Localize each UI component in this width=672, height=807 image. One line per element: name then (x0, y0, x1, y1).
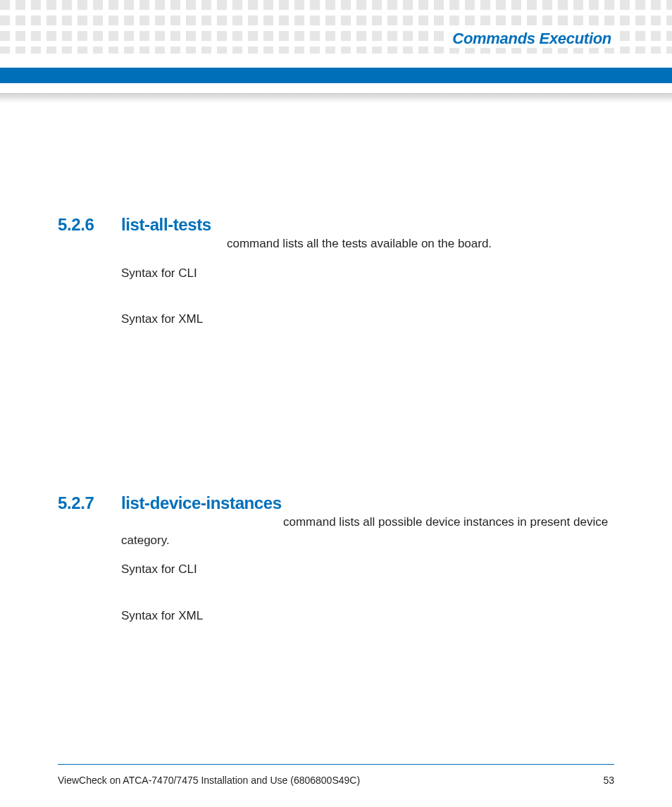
syntax-xml-label: Syntax for XML (121, 607, 614, 625)
section-heading: 5.2.7list-device-instances (58, 493, 614, 513)
footer: ViewCheck on ATCA-7470/7475 Installation… (58, 775, 614, 786)
footer-doc-title: ViewCheck on ATCA-7470/7475 Installation… (58, 775, 360, 786)
section-number: 5.2.7 (58, 493, 121, 513)
header-chapter-title: Commands Execution (449, 30, 614, 48)
syntax-cli-label: Syntax for CLI (121, 264, 614, 283)
section-heading: 5.2.6list-all-tests (58, 215, 614, 235)
section-body: command lists all possible device instan… (121, 513, 614, 624)
syntax-cli-label: Syntax for CLI (121, 560, 614, 579)
section-5-2-6: 5.2.6list-all-tests command lists all th… (58, 215, 614, 357)
section-description: command lists all possible device instan… (121, 515, 608, 547)
section-description: command lists all the tests available on… (227, 237, 492, 250)
syntax-xml-label: Syntax for XML (121, 310, 614, 328)
footer-rule (58, 764, 614, 765)
section-5-2-7: 5.2.7list-device-instances command lists… (58, 493, 614, 653)
header-shadow (0, 93, 672, 103)
section-title: list-all-tests (121, 215, 211, 234)
section-number: 5.2.6 (58, 215, 121, 235)
section-title: list-device-instances (121, 493, 282, 512)
header-blue-bar (0, 68, 672, 83)
footer-page-number: 53 (603, 775, 614, 786)
section-body: command lists all the tests available on… (121, 235, 614, 328)
